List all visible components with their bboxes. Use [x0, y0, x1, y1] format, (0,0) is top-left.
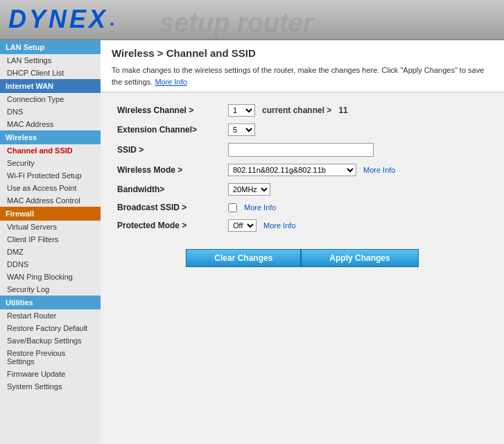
sidebar-section-firewall: Firewall	[0, 207, 101, 221]
content-area: Wireless > Channel and SSID To make chan…	[101, 40, 504, 444]
bandwidth-select[interactable]: 20MHz 40MHz	[228, 183, 270, 196]
sidebar-item-connection-type[interactable]: Connection Type	[0, 93, 101, 105]
page-description: To make changes to the wireless settings…	[112, 65, 493, 87]
wireless-mode-row: Wireless Mode > 802.11n&802.11g&802.11b …	[112, 160, 493, 180]
sidebar-item-wifi-protected[interactable]: Wi-Fi Protected Setup	[0, 169, 101, 182]
sidebar-item-lan-settings[interactable]: LAN Settings	[0, 54, 101, 67]
buttons-row: Clear Changes Apply Changes	[112, 249, 493, 267]
header-watermark: setup router	[159, 8, 313, 38]
current-channel-label: current channel >	[262, 105, 331, 115]
protected-mode-more-info-link[interactable]: More Info	[263, 221, 295, 230]
sidebar-item-restart-router[interactable]: Restart Router	[0, 309, 101, 322]
extension-channel-row: Extension Channel> 1234 567 891011	[112, 120, 493, 139]
sidebar-item-save-backup[interactable]: Save/Backup Settings	[0, 334, 101, 347]
sidebar-item-ddns[interactable]: DDNS	[0, 258, 101, 271]
sidebar-item-security[interactable]: Security	[0, 157, 101, 169]
settings-table: Wireless Channel > 1234 5678 91011 curre…	[112, 101, 493, 235]
wireless-channel-label: Wireless Channel >	[112, 101, 223, 120]
sidebar-item-channel-ssid[interactable]: Channel and SSID	[0, 144, 101, 157]
wireless-mode-label: Wireless Mode >	[112, 160, 223, 180]
broadcast-ssid-more-info-link[interactable]: More Info	[244, 203, 276, 212]
wireless-mode-more-info-link[interactable]: More Info	[363, 166, 395, 174]
sidebar-item-mac-address-control[interactable]: MAC Address Control	[0, 194, 101, 207]
broadcast-ssid-checkbox[interactable]	[228, 203, 237, 212]
broadcast-ssid-controls: More Info	[228, 203, 487, 212]
extension-channel-controls: 1234 567 891011	[228, 123, 487, 136]
wireless-channel-row: Wireless Channel > 1234 5678 91011 curre…	[112, 101, 493, 120]
sidebar: LAN Setup LAN Settings DHCP Client List …	[0, 40, 101, 444]
sidebar-item-access-point[interactable]: Use as Access Point	[0, 182, 101, 194]
clear-changes-button[interactable]: Clear Changes	[186, 249, 301, 267]
page-title: Wireless > Channel and SSID	[112, 47, 493, 59]
sidebar-item-dns[interactable]: DNS	[0, 105, 101, 118]
ssid-row: SSID >	[112, 139, 493, 160]
broadcast-ssid-label: Broadcast SSID >	[112, 199, 223, 216]
content-body: Wireless Channel > 1234 5678 91011 curre…	[101, 92, 504, 275]
sidebar-section-utilities: Utilities	[0, 296, 101, 309]
sidebar-section-wireless: Wireless	[0, 130, 101, 144]
broadcast-ssid-row: Broadcast SSID > More Info	[112, 199, 493, 216]
wireless-channel-select[interactable]: 1234 5678 91011	[228, 104, 255, 117]
extension-channel-label: Extension Channel>	[112, 120, 223, 139]
sidebar-item-dmz[interactable]: DMZ	[0, 246, 101, 258]
sidebar-item-dhcp-client-list[interactable]: DHCP Client List	[0, 67, 101, 79]
sidebar-item-firmware-update[interactable]: Firmware Update	[0, 368, 101, 380]
current-channel-value: 11	[338, 105, 347, 115]
dynex-logo: DYNEX	[8, 5, 108, 34]
wireless-channel-controls: 1234 5678 91011 current channel > 11	[228, 104, 487, 117]
protected-mode-row: Protected Mode > Off On More Info	[112, 216, 493, 235]
sidebar-section-lan-setup: LAN Setup	[0, 40, 101, 54]
bandwidth-label: Bandwidth>	[112, 180, 223, 199]
sidebar-item-restore-previous[interactable]: Restore Previous Settings	[0, 347, 101, 368]
wireless-mode-controls: 802.11n&802.11g&802.11b 802.11n only 802…	[228, 164, 487, 176]
sidebar-item-system-settings[interactable]: System Settings	[0, 380, 101, 393]
wireless-mode-select[interactable]: 802.11n&802.11g&802.11b 802.11n only 802…	[228, 164, 356, 176]
extension-channel-select[interactable]: 1234 567 891011	[228, 123, 255, 136]
protected-mode-select[interactable]: Off On	[228, 219, 257, 232]
description-more-info-link[interactable]: More Info	[155, 78, 186, 86]
bandwidth-row: Bandwidth> 20MHz 40MHz	[112, 180, 493, 199]
apply-changes-button[interactable]: Apply Changes	[301, 249, 418, 267]
sidebar-item-client-ip-filters[interactable]: Client IP Filters	[0, 233, 101, 246]
protected-mode-controls: Off On More Info	[228, 219, 487, 232]
sidebar-item-security-log[interactable]: Security Log	[0, 283, 101, 296]
content-header: Wireless > Channel and SSID To make chan…	[101, 40, 504, 92]
bandwidth-controls: 20MHz 40MHz	[228, 183, 487, 196]
sidebar-item-mac-address[interactable]: MAC Address	[0, 118, 101, 130]
ssid-label: SSID >	[112, 139, 223, 160]
sidebar-section-internet-wan: Internet WAN	[0, 79, 101, 93]
page-header: DYNEX . setup router	[0, 0, 504, 40]
protected-mode-label: Protected Mode >	[112, 216, 223, 235]
sidebar-item-restore-factory[interactable]: Restore Factory Default	[0, 322, 101, 334]
ssid-input[interactable]	[228, 143, 374, 157]
sidebar-item-wan-ping-blocking[interactable]: WAN Ping Blocking	[0, 271, 101, 283]
sidebar-item-virtual-servers[interactable]: Virtual Servers	[0, 221, 101, 233]
